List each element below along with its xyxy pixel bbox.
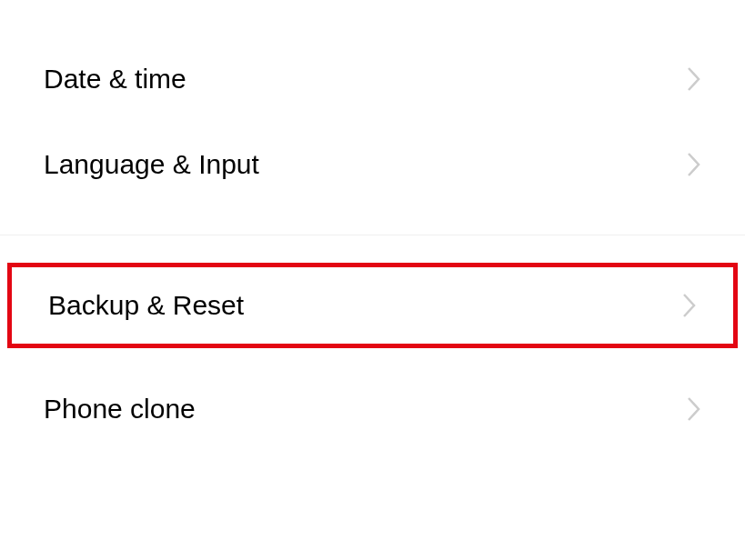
settings-item-language-input[interactable]: Language & Input xyxy=(0,122,745,207)
section-divider xyxy=(0,235,745,235)
settings-list: Date & time Language & Input Backup & Re… xyxy=(0,0,745,452)
spacer xyxy=(0,348,745,366)
settings-item-label: Phone clone xyxy=(44,394,196,425)
settings-item-backup-reset[interactable]: Backup & Reset xyxy=(7,263,738,348)
settings-item-date-time[interactable]: Date & time xyxy=(0,36,745,122)
chevron-right-icon xyxy=(682,293,697,318)
settings-item-label: Language & Input xyxy=(44,149,259,180)
settings-item-label: Backup & Reset xyxy=(48,290,244,321)
chevron-right-icon xyxy=(687,152,701,177)
chevron-right-icon xyxy=(687,396,701,422)
settings-item-phone-clone[interactable]: Phone clone xyxy=(0,366,745,452)
settings-item-label: Date & time xyxy=(44,64,186,95)
chevron-right-icon xyxy=(687,66,701,92)
